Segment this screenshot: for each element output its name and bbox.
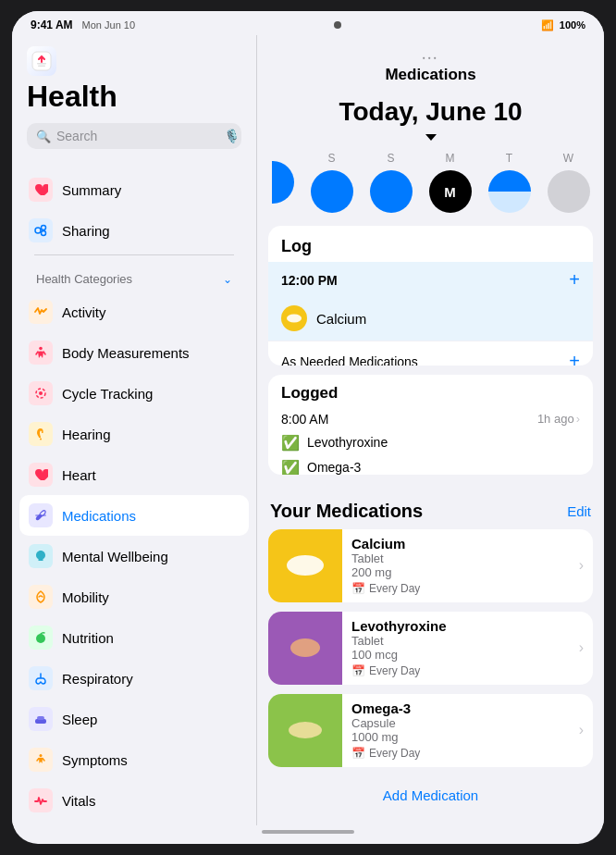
sidebar-item-vitals-label: Vitals [62, 793, 95, 809]
med-card-calcium[interactable]: Calcium Tablet 200 mg 📅 Every Day › [268, 529, 593, 602]
week-day-prev-partial[interactable] [272, 161, 294, 204]
sidebar-item-sharing[interactable]: Sharing [19, 210, 249, 251]
week-circle-0 [311, 170, 353, 213]
sidebar-item-activity[interactable]: Activity [19, 291, 249, 332]
main-content: ●●● Medications Today, June 10 S [257, 35, 604, 825]
svg-point-8 [39, 347, 43, 351]
logged-med-1[interactable]: ✅ Omega-3 [268, 455, 593, 475]
check-icon-1: ✅ [281, 459, 300, 475]
sidebar-item-mobility-label: Mobility [62, 589, 109, 605]
calcium-dose: 200 mg [351, 565, 570, 579]
svg-line-6 [41, 229, 42, 229]
week-day-2[interactable]: M M [429, 152, 472, 213]
sidebar-item-mental[interactable]: Mental Wellbeing [19, 536, 249, 576]
svg-point-20 [40, 754, 43, 757]
categories-label: Health Categories [36, 272, 132, 286]
divider-1 [34, 254, 234, 255]
sidebar-item-cycle[interactable]: Cycle Tracking [19, 373, 249, 414]
date-indicator [257, 134, 604, 141]
calendar-icon-levothyroxine: 📅 [351, 664, 365, 677]
week-day-0[interactable]: S [311, 152, 353, 213]
device-frame: 9:41 AM Mon Jun 10 📶 100% He [12, 11, 604, 844]
check-icon-0: ✅ [281, 434, 300, 452]
logged-time-label: 8:00 AM [281, 412, 328, 427]
omega3-dose: 1000 mg [351, 730, 570, 744]
sidebar-item-symptoms[interactable]: Symptoms [19, 739, 249, 780]
logged-med-0[interactable]: ✅ Levothyroxine [268, 430, 593, 455]
med-card-levothyroxine[interactable]: Levothyroxine Tablet 100 mcg 📅 Every Day… [268, 612, 593, 685]
svg-point-30 [290, 638, 320, 657]
calendar-icon-calcium: 📅 [351, 582, 365, 595]
your-meds-header: Your Medications Edit [257, 488, 604, 529]
sidebar-item-nutrition[interactable]: Nutrition [19, 617, 249, 658]
sidebar-item-sharing-label: Sharing [62, 223, 110, 239]
logged-time-row[interactable]: 8:00 AM 1h ago › [268, 406, 593, 430]
week-day-3[interactable]: T [488, 152, 531, 213]
svg-line-22 [43, 759, 44, 762]
page-title: Medications [272, 66, 589, 84]
status-time: 9:41 AM Mon Jun 10 [31, 19, 135, 31]
battery-text: 100% [560, 19, 585, 31]
add-medication-button[interactable]: Add Medication [383, 787, 478, 803]
as-needed-row[interactable]: As Needed Medications + [268, 341, 593, 366]
omega3-chevron: › [579, 722, 593, 738]
sidebar-item-respiratory[interactable]: Respiratory [19, 658, 249, 699]
med-card-omega3[interactable]: Omega-3 Capsule 1000 mg 📅 Every Day › [268, 694, 593, 767]
sidebar-item-heart-label: Heart [62, 467, 96, 483]
search-bar[interactable]: 🔍 🎙️ [27, 123, 241, 149]
calcium-icon [281, 305, 307, 331]
search-input[interactable] [56, 129, 218, 143]
sidebar-item-summary[interactable]: Summary [19, 169, 249, 210]
svg-point-15 [39, 510, 46, 517]
edit-button[interactable]: Edit [567, 503, 591, 519]
logged-title: Logged [268, 375, 593, 406]
nutrition-icon [29, 626, 53, 650]
sidebar-item-hearing[interactable]: Hearing [19, 414, 249, 454]
svg-point-14 [35, 514, 43, 521]
your-meds-title: Your Medications [270, 501, 423, 522]
as-needed-label: As Needed Medications [281, 354, 418, 366]
svg-point-13 [40, 439, 42, 440]
wifi-icon: 📶 [541, 19, 554, 31]
categories-header[interactable]: Health Categories ⌄ [19, 259, 249, 291]
logged-med-name-0: Levothyroxine [307, 435, 388, 450]
add-medication-container[interactable]: Add Medication [268, 780, 593, 811]
sidebar-item-sleep[interactable]: Sleep [19, 699, 249, 739]
header-dots: ●●● [272, 44, 589, 64]
week-circle-1 [370, 170, 413, 213]
levothyroxine-dose: 100 mcg [351, 648, 570, 662]
status-bar: 9:41 AM Mon Jun 10 📶 100% [12, 11, 604, 35]
sidebar-item-hearing-label: Hearing [62, 427, 111, 442]
levothyroxine-type: Tablet [351, 634, 570, 648]
calcium-type: Tablet [351, 551, 570, 565]
sidebar-item-nutrition-label: Nutrition [62, 630, 114, 646]
as-needed-add-button[interactable]: + [569, 351, 580, 366]
activity-icon [29, 300, 53, 324]
week-day-4[interactable]: W [548, 152, 590, 213]
sidebar-item-heart[interactable]: Heart [19, 454, 249, 495]
sharing-icon [29, 218, 53, 242]
levothyroxine-chevron: › [579, 639, 593, 656]
sidebar-item-body[interactable]: Body Measurements [19, 332, 249, 373]
status-icons: 📶 100% [541, 19, 585, 31]
content-area: Health 🔍 🎙️ Summary [12, 35, 604, 825]
mic-icon[interactable]: 🎙️ [224, 129, 240, 143]
mobility-icon [29, 585, 53, 609]
calcium-chevron: › [579, 557, 593, 574]
sidebar-item-vitals[interactable]: Vitals [19, 780, 249, 821]
log-add-button[interactable]: + [569, 269, 580, 291]
logged-med-name-1: Omega-3 [307, 460, 361, 474]
sidebar-item-mobility[interactable]: Mobility [19, 576, 249, 617]
sidebar-nav: Summary Sharing [12, 169, 256, 825]
log-med-name: Calcium [316, 311, 366, 327]
week-day-1[interactable]: S [370, 152, 413, 213]
log-time-row: 12:00 PM + [268, 262, 593, 298]
home-bar [262, 830, 354, 834]
search-icon: 🔍 [36, 130, 51, 143]
logged-ago-label: 1h ago › [537, 412, 580, 426]
levothyroxine-schedule: 📅 Every Day [351, 664, 570, 677]
log-med-row[interactable]: Calcium [268, 298, 593, 341]
svg-rect-1 [37, 63, 46, 65]
sidebar-item-medications[interactable]: Medications [19, 495, 249, 536]
main-header: ●●● Medications [257, 35, 604, 93]
